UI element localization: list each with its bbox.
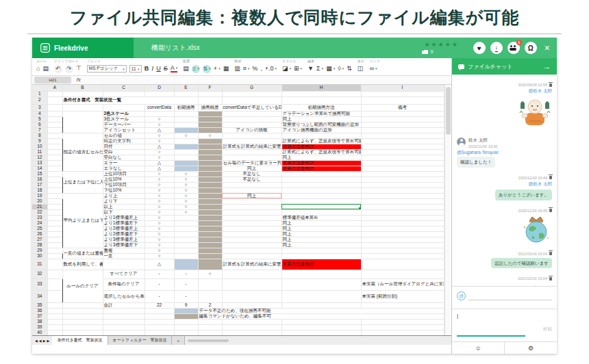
cell-F26[interactable] <box>198 231 222 237</box>
cell-C38[interactable] <box>103 319 145 324</box>
cell-E19[interactable]: ○ <box>174 193 198 198</box>
cell-C23[interactable]: より1標準偏差上 <box>103 215 145 220</box>
cell-I9[interactable] <box>361 138 444 144</box>
cell-B1[interactable] <box>62 91 103 96</box>
row-header-38[interactable]: 38 <box>32 319 47 324</box>
cell-E5[interactable] <box>174 116 198 122</box>
cell-C30[interactable]: 一意 <box>103 253 145 259</box>
row-header-8[interactable]: 8 <box>32 133 47 138</box>
cell-C8[interactable]: セルの値 <box>103 133 145 138</box>
cell-A25[interactable] <box>47 226 62 231</box>
cell-A37[interactable] <box>47 313 62 319</box>
cell-E13[interactable] <box>174 160 198 166</box>
cell-F28[interactable] <box>198 242 222 248</box>
cell-D1[interactable] <box>145 91 174 96</box>
cell-C21[interactable]: 以上 <box>103 204 145 209</box>
cell-I23[interactable] <box>361 215 444 220</box>
cell-C29[interactable]: 重複 <box>103 248 145 253</box>
cell-C3[interactable] <box>103 104 145 111</box>
cell-F19[interactable] <box>198 193 222 198</box>
cell-I26[interactable] <box>361 231 444 237</box>
row-header-4[interactable]: 4 <box>32 111 47 116</box>
post-button[interactable]: 投稿 <box>543 326 552 333</box>
row-header-35[interactable]: 35 <box>32 302 47 308</box>
cell-C36[interactable] <box>103 308 145 313</box>
merge-cells-button[interactable]: ▦ <box>223 66 229 72</box>
delete-message-icon[interactable] <box>549 209 552 212</box>
sheet-tab[interactable]: オートフィルター 実装状況 <box>108 336 173 345</box>
cell-B32[interactable]: ルールのクリア <box>62 270 103 302</box>
cell-B38[interactable] <box>62 319 103 324</box>
cell-H7[interactable]: アイコン描画機能の追加 <box>281 127 361 133</box>
cell-G1[interactable] <box>222 91 281 96</box>
row-header-19[interactable]: 19 <box>32 193 47 198</box>
row-header-16[interactable]: 16 <box>32 177 47 182</box>
cell-E20[interactable]: ○ <box>174 198 198 204</box>
cell-H34[interactable] <box>281 290 361 302</box>
cell-H8[interactable] <box>281 133 361 138</box>
cell-D5[interactable]: ○ <box>145 116 174 122</box>
row-header-15[interactable]: 15 <box>32 171 47 177</box>
horizontal-align-button[interactable]: Ξ▾ <box>192 65 200 73</box>
strikethrough-button[interactable]: S <box>164 66 168 72</box>
mention-input[interactable] <box>468 293 552 300</box>
cell-I3[interactable]: 備考 <box>361 104 444 111</box>
cell-I38[interactable] <box>361 319 444 324</box>
cell-D29[interactable]: ○ <box>145 248 174 253</box>
cell-F16[interactable] <box>198 177 222 182</box>
cell-H5[interactable]: 同上 <box>281 116 361 122</box>
close-button[interactable]: × <box>544 42 550 53</box>
cell-D11[interactable]: ○ <box>145 149 174 155</box>
cell-D39[interactable] <box>145 324 174 330</box>
percent-button[interactable]: % <box>252 66 258 72</box>
cell-B40[interactable] <box>62 330 103 335</box>
cell-A34[interactable] <box>47 290 62 302</box>
cell-D3[interactable]: convertData <box>145 104 174 111</box>
members-button[interactable]: 9 <box>507 42 520 54</box>
cell-E7[interactable] <box>174 127 198 133</box>
freeze-panes-button[interactable]: ◫ <box>358 66 364 72</box>
row-header-20[interactable]: 20 <box>32 198 47 204</box>
cell-F33[interactable] <box>198 278 222 290</box>
currency-button[interactable]: ¤▾ <box>243 66 250 72</box>
cell-F29[interactable] <box>198 248 222 253</box>
row-header-14[interactable]: 14 <box>32 166 47 171</box>
cell-I34[interactable]: 未実装 (範囲分割) <box>361 290 444 302</box>
cell-H11[interactable]: 計算式によらず、正規表現等で算出可能 <box>281 149 361 155</box>
row-header-37[interactable]: 37 <box>32 313 47 319</box>
cell-H32[interactable] <box>281 270 361 278</box>
cell-I40[interactable] <box>361 330 444 335</box>
cell-E25[interactable] <box>174 226 198 231</box>
cell-name-box[interactable]: H21 <box>34 77 71 83</box>
cell-A31[interactable] <box>47 259 62 270</box>
cell-D13[interactable]: △ <box>145 160 174 166</box>
cell-E36[interactable] <box>174 308 198 313</box>
cell-F12[interactable] <box>198 155 222 160</box>
cell-H12[interactable]: 同上 <box>281 155 361 160</box>
delete-message-icon[interactable] <box>549 277 552 281</box>
mention-link[interactable]: @鈴木 太郎 <box>457 88 552 94</box>
cell-H24[interactable]: 同上 <box>281 220 361 226</box>
cell-B29[interactable]: 一意の値または重複する値だけを書式設定 <box>62 248 103 259</box>
cell-H3[interactable]: 初期描画方法 <box>281 104 361 111</box>
cell-E32[interactable]: - <box>174 270 198 278</box>
cell-A21[interactable] <box>47 204 62 209</box>
cell-C33[interactable]: 条件毎のクリア <box>103 278 145 290</box>
cell-C11[interactable]: 空白 <box>103 149 145 155</box>
cell-A14[interactable] <box>47 166 62 171</box>
sheet-nav-button[interactable]: ▶ <box>43 339 46 343</box>
cell-C22[interactable]: 以下 <box>103 209 145 215</box>
column-header-H[interactable]: H <box>281 85 361 91</box>
row-header-17[interactable]: 17 <box>32 182 47 187</box>
cell-E38[interactable] <box>174 319 198 324</box>
filter-button[interactable]: ▼ <box>308 66 314 72</box>
wrap-text-button[interactable]: ▤ <box>183 66 189 72</box>
cell-A12[interactable] <box>47 155 62 160</box>
cell-F18[interactable] <box>198 187 222 193</box>
cell-C4[interactable]: 2色スケール <box>103 111 145 116</box>
cell-D9[interactable]: ○ <box>145 138 174 144</box>
cell-D31[interactable]: △ <box>145 259 174 270</box>
cell-I27[interactable] <box>361 237 444 242</box>
cell-H25[interactable]: 同上 <box>281 226 361 231</box>
sheet-nav-button[interactable]: ◀ <box>35 339 38 343</box>
